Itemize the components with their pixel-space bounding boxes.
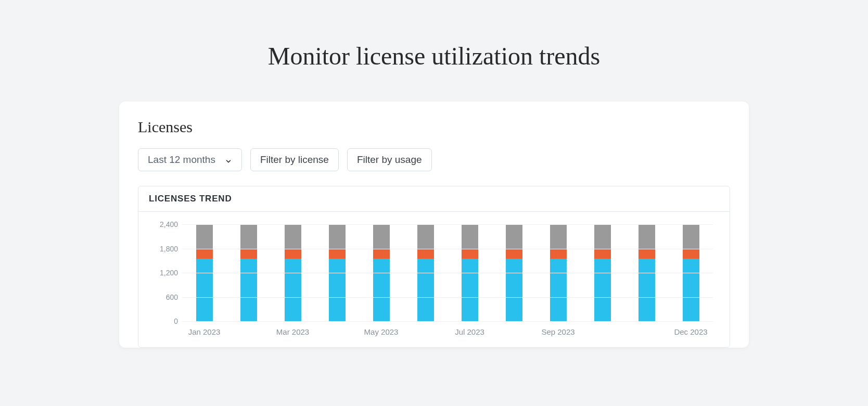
card-title: Licenses [138,118,730,136]
gridline [182,297,713,298]
date-range-label: Last 12 months [148,154,215,166]
bar-segment [683,224,699,249]
bar-segment [240,259,257,321]
bar-segment [594,224,611,249]
bar-segment [639,259,655,321]
x-tick-label: Mar 2023 [276,327,309,336]
bar-segment [196,224,213,249]
bar-segment [329,249,346,259]
filter-by-usage-button[interactable]: Filter by usage [347,148,432,171]
plot-area: 06001,2001,8002,400 [182,224,713,321]
bar-segment [594,249,611,259]
chart-title: LICENSES TREND [138,186,730,212]
bar-segment [506,249,522,259]
y-tick-label: 2,400 [153,220,178,229]
bar-segment [240,249,257,259]
bar-segment [329,259,346,321]
date-range-select[interactable]: Last 12 months [138,148,242,171]
bar-segment [196,259,213,321]
bar-segment [373,259,390,321]
bar-segment [639,224,655,249]
x-axis-labels: Jan 2023Mar 2023May 2023Jul 2023Sep 2023… [182,327,713,343]
bar-segment [373,224,390,249]
bar-segment [506,224,522,249]
bar-segment [417,224,434,249]
bar-segment [462,259,478,321]
x-tick-label: Jul 2023 [455,327,484,336]
filter-bar: Last 12 months Filter by license Filter … [138,148,730,171]
bar-segment [285,224,301,249]
bar-segment [373,249,390,259]
filter-by-license-button[interactable]: Filter by license [250,148,339,171]
bar-segment [550,224,567,249]
bar-segment [506,259,522,321]
gridline [182,273,713,273]
bar-segment [417,249,434,259]
x-tick-label: May 2023 [364,327,399,336]
bar-segment [285,249,301,259]
bar-segment [196,249,213,259]
bar-segment [550,259,567,321]
chart-body: 06001,2001,8002,400 Jan 2023Mar 2023May … [138,212,730,347]
gridline [182,224,713,225]
licenses-card: Licenses Last 12 months Filter by licens… [119,102,749,348]
bar-segment [417,259,434,321]
x-tick-label: Sep 2023 [541,327,575,336]
bar-segment [285,259,301,321]
bar-segment [329,224,346,249]
x-tick-label: Jan 2023 [188,327,221,336]
bar-segment [683,259,699,321]
bar-segment [462,224,478,249]
y-tick-label: 1,200 [153,269,178,277]
chevron-down-icon [225,156,232,163]
gridline [182,321,713,322]
gridline [182,249,713,249]
y-tick-label: 1,800 [153,245,178,253]
page-title: Monitor license utilization trends [268,42,601,70]
bar-segment [594,259,611,321]
y-tick-label: 0 [153,317,178,325]
bar-segment [240,224,257,249]
y-tick-label: 600 [153,293,178,301]
chart-card: LICENSES TREND 06001,2001,8002,400 Jan 2… [138,186,730,348]
bar-segment [639,249,655,259]
bar-segment [550,249,567,259]
x-tick-label: Dec 2023 [674,327,707,336]
bar-segment [683,249,699,259]
bar-segment [462,249,478,259]
